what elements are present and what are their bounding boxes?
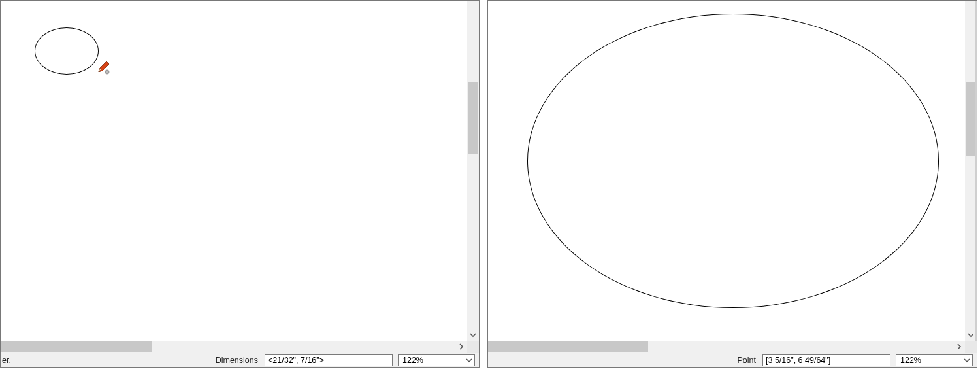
status-bar-right: Point 122% bbox=[488, 353, 977, 367]
horizontal-scrollbar-thumb[interactable] bbox=[1, 341, 152, 352]
vertical-scrollbar-thumb[interactable] bbox=[468, 82, 478, 154]
horizontal-scrollbar-track[interactable] bbox=[1, 341, 455, 353]
horizontal-scrollbar[interactable] bbox=[1, 341, 479, 353]
pencil-cursor-icon bbox=[96, 60, 110, 75]
status-bar-left: er. Dimensions 122% bbox=[1, 353, 479, 367]
ellipse-shape[interactable] bbox=[35, 27, 99, 75]
scroll-right-button[interactable] bbox=[953, 341, 965, 353]
drawing-pane-right: Point 122% bbox=[487, 0, 977, 368]
vertical-scrollbar-track[interactable] bbox=[467, 1, 479, 329]
zoom-select[interactable]: 122% bbox=[398, 354, 475, 366]
svg-point-3 bbox=[105, 70, 109, 74]
drawing-canvas-right[interactable] bbox=[488, 1, 965, 341]
horizontal-scrollbar-track[interactable] bbox=[488, 341, 953, 353]
chevron-down-icon bbox=[470, 332, 476, 338]
dimensions-input[interactable] bbox=[265, 354, 393, 366]
chevron-right-icon bbox=[458, 343, 465, 350]
horizontal-scrollbar-thumb[interactable] bbox=[488, 341, 648, 352]
scroll-right-button[interactable] bbox=[455, 341, 467, 353]
ellipse-shape[interactable] bbox=[527, 14, 939, 308]
chevron-right-icon bbox=[956, 343, 962, 350]
dimensions-label: Dimensions bbox=[216, 356, 258, 365]
drawing-pane-left: er. Dimensions 122% bbox=[0, 0, 480, 368]
point-input[interactable] bbox=[762, 354, 890, 366]
status-message: er. bbox=[2, 356, 11, 365]
vertical-scrollbar[interactable] bbox=[467, 1, 479, 341]
scrollbar-corner bbox=[467, 341, 479, 353]
point-label: Point bbox=[738, 356, 757, 365]
drawing-canvas-left[interactable] bbox=[1, 1, 467, 341]
zoom-select[interactable]: 122% bbox=[896, 354, 973, 366]
chevron-down-icon bbox=[968, 332, 974, 338]
horizontal-scrollbar[interactable] bbox=[488, 341, 977, 353]
scrollbar-corner bbox=[965, 341, 977, 353]
pane-right-edge bbox=[975, 1, 977, 341]
vertical-scrollbar-thumb[interactable] bbox=[966, 82, 976, 156]
scroll-down-button[interactable] bbox=[467, 329, 479, 341]
